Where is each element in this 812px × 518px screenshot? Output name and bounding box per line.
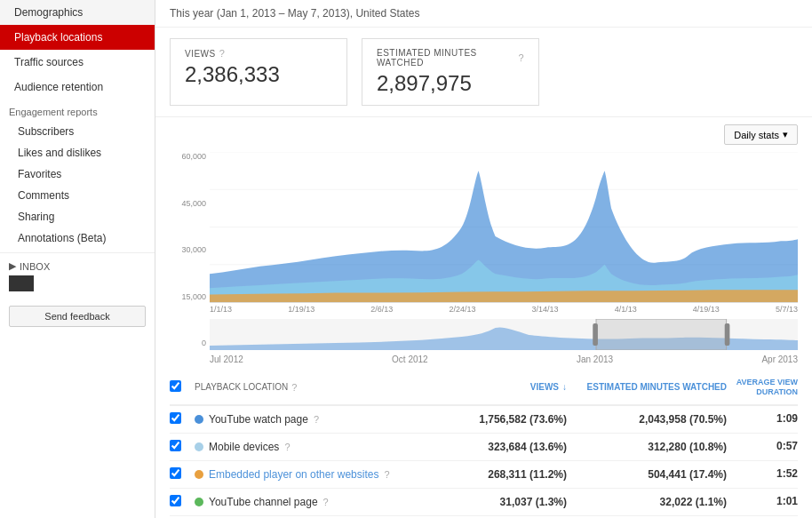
y-label-15k: 15,000 (170, 292, 206, 301)
svg-rect-6 (596, 319, 727, 350)
sidebar-item-label: Playback locations (14, 31, 102, 44)
location-link[interactable]: Embedded player on other websites (209, 468, 378, 481)
row-views: 1,756,582 (73.6%) (425, 413, 567, 426)
svg-rect-8 (725, 323, 730, 346)
chart-area: 60,000 45,000 30,000 15,000 0 (155, 152, 812, 371)
sidebar-item-label: Annotations (Beta) (18, 232, 106, 244)
row-help-icon[interactable]: ? (314, 414, 319, 425)
row-views: 268,311 (11.2%) (425, 468, 567, 481)
stats-row: VIEWS ? 2,386,333 ESTIMATED MINUTES WATC… (155, 28, 812, 117)
y-label-0: 0 (170, 339, 206, 347)
views-stat-box: VIEWS ? 2,386,333 (170, 38, 347, 106)
main-chart-container (210, 152, 798, 303)
row-duration: 1:52 (727, 467, 798, 480)
inbox-arrow-icon: ▶ (9, 260, 16, 272)
y-label-30k: 30,000 (170, 245, 206, 254)
dot-icon (195, 442, 203, 451)
row-help-icon[interactable]: ? (284, 442, 290, 452)
row-checkbox-2[interactable] (170, 467, 181, 479)
dot-icon (195, 498, 203, 506)
sidebar-item-label: Favorites (18, 168, 61, 180)
row-duration: 1:01 (727, 495, 798, 507)
daily-stats-button[interactable]: Daily stats ▾ (724, 124, 798, 145)
row-location: YouTube watch page ? (195, 413, 425, 426)
row-minutes: 32,022 (1.1%) (567, 496, 727, 508)
mini-chart-labels: Jul 2012 Oct 2012 Jan 2013 Apr 2013 (210, 353, 798, 366)
row-checkbox-cell (170, 440, 195, 454)
location-text: YouTube channel page (209, 496, 318, 508)
inbox-label[interactable]: ▶ INBOX (9, 260, 146, 272)
minutes-help-icon[interactable]: ? (518, 52, 524, 63)
minutes-value: 2,897,975 (377, 71, 524, 96)
views-help-icon[interactable]: ? (219, 48, 226, 59)
sidebar-item-playback-locations[interactable]: Playback locations (0, 25, 155, 50)
mini-chart-svg (210, 319, 798, 350)
row-location: Embedded player on other websites ? (195, 468, 425, 481)
table-row: YouTube channel page ? 31,037 (1.3%) 32,… (170, 489, 798, 516)
minutes-stat-box: ESTIMATED MINUTES WATCHED ? 2,897,975 (362, 38, 539, 106)
dot-icon (195, 415, 203, 424)
row-location: Mobile devices ? (195, 441, 425, 453)
row-views: 31,037 (1.3%) (425, 496, 567, 508)
x-axis-labels: 1/1/13 1/19/13 2/6/13 2/24/13 3/14/13 4/… (210, 303, 798, 315)
sidebar-item-annotations[interactable]: Annotations (Beta) (0, 227, 155, 249)
mini-chart-container: Jul 2012 Oct 2012 Jan 2013 Apr 2013 (210, 319, 798, 363)
header-duration: AVERAGE VIEW DURATION (727, 378, 798, 397)
sidebar-item-label: Audience retention (14, 81, 103, 93)
header-checkbox[interactable] (170, 380, 181, 392)
sidebar-item-demographics[interactable]: Demographics (0, 0, 155, 25)
table-header: PLAYBACK LOCATION ? VIEWS ↓ ESTIMATED MI… (170, 371, 798, 406)
row-location: YouTube channel page ? (195, 496, 425, 508)
main-content: This year (Jan 1, 2013 – May 7, 2013), U… (155, 0, 812, 518)
sidebar-item-comments[interactable]: Comments (0, 185, 155, 206)
sidebar-item-label: Comments (18, 189, 69, 202)
svg-rect-7 (593, 323, 598, 346)
row-duration: 1:09 (727, 412, 798, 425)
location-text: Mobile devices (209, 441, 279, 453)
location-text: YouTube watch page (209, 413, 308, 426)
header-minutes: ESTIMATED MINUTES WATCHED (567, 382, 727, 392)
table-row: YouTube watch page ? 1,756,582 (73.6%) 2… (170, 406, 798, 434)
table-row: Mobile devices ? 323,684 (13.6%) 312,280… (170, 434, 798, 461)
row-checkbox-0[interactable] (170, 412, 181, 424)
sidebar-item-label: Likes and dislikes (18, 147, 101, 159)
dropdown-arrow-icon: ▾ (783, 129, 788, 140)
table-row: Embedded player on other websites ? 268,… (170, 461, 798, 489)
engagement-reports-header: Engagement reports (0, 100, 155, 121)
send-feedback-button[interactable]: Send feedback (9, 306, 146, 327)
row-checkbox-cell (170, 467, 195, 482)
dot-icon (195, 470, 203, 479)
sidebar-item-label: Traffic sources (14, 56, 84, 68)
sidebar: Demographics Playback locations Traffic … (0, 0, 155, 518)
sidebar-item-sharing[interactable]: Sharing (0, 206, 155, 227)
playback-help-icon[interactable]: ? (291, 382, 297, 393)
row-duration: 0:57 (727, 440, 798, 452)
table-body: YouTube watch page ? 1,756,582 (73.6%) 2… (170, 406, 798, 518)
sidebar-item-audience-retention[interactable]: Audience retention (0, 75, 155, 100)
date-range-header: This year (Jan 1, 2013 – May 7, 2013), U… (155, 0, 812, 28)
row-checkbox-cell (170, 412, 195, 426)
row-checkbox-3[interactable] (170, 495, 181, 506)
row-minutes: 2,043,958 (70.5%) (567, 413, 727, 426)
inbox-badge (9, 275, 34, 291)
views-value: 2,386,333 (185, 62, 332, 87)
sidebar-item-label: Demographics (14, 6, 83, 19)
row-checkbox-1[interactable] (170, 440, 181, 451)
sidebar-item-favorites[interactable]: Favorites (0, 163, 155, 185)
header-check (170, 380, 195, 394)
row-checkbox-cell (170, 495, 195, 509)
main-chart-svg (210, 152, 798, 302)
sidebar-item-subscribers[interactable]: Subscribers (0, 121, 155, 142)
sidebar-item-likes-dislikes[interactable]: Likes and dislikes (0, 142, 155, 163)
table-section: PLAYBACK LOCATION ? VIEWS ↓ ESTIMATED MI… (155, 371, 812, 518)
inbox-section: ▶ INBOX (0, 252, 155, 299)
views-label: VIEWS ? (185, 48, 332, 59)
row-help-icon[interactable]: ? (323, 497, 329, 507)
row-views: 323,684 (13.6%) (425, 441, 567, 453)
sidebar-item-traffic-sources[interactable]: Traffic sources (0, 50, 155, 75)
row-help-icon[interactable]: ? (384, 469, 389, 480)
y-label-45k: 45,000 (170, 199, 206, 208)
sidebar-item-label: Subscribers (18, 125, 74, 138)
row-minutes: 312,280 (10.8%) (567, 441, 727, 453)
header-views[interactable]: VIEWS ↓ (425, 382, 567, 392)
